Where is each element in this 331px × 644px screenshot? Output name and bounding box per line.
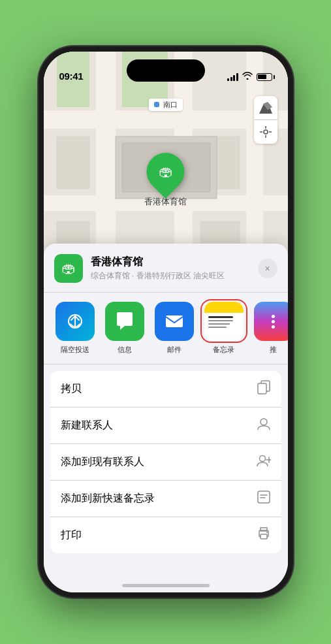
status-icons	[227, 72, 272, 82]
action-quick-note-label: 添加到新快速备忘录	[61, 492, 155, 506]
messages-label: 信息	[118, 345, 132, 355]
svg-rect-36	[260, 528, 267, 531]
svg-rect-31	[258, 491, 270, 503]
venue-subtitle: 综合体育馆 · 香港特别行政区 油尖旺区	[91, 270, 258, 282]
svg-point-37	[266, 532, 268, 533]
signal-bars-icon	[227, 73, 238, 81]
add-contact-icon	[257, 453, 271, 471]
venue-name: 香港体育馆	[91, 255, 258, 269]
airdrop-icon[interactable]	[55, 302, 95, 341]
map-location-label: 南口	[148, 99, 182, 111]
location-button[interactable]	[254, 120, 277, 144]
print-icon	[257, 526, 271, 544]
action-copy-label: 拷贝	[61, 382, 82, 396]
action-list-container: 拷贝 新建联系人	[44, 371, 288, 592]
home-indicator	[122, 584, 210, 587]
share-item-mail[interactable]: 邮件	[153, 302, 195, 355]
phone-frame: 09:41	[39, 46, 293, 598]
venue-info: 香港体育馆 综合体育馆 · 香港特别行政区 油尖旺区	[91, 255, 258, 282]
svg-rect-7	[57, 137, 89, 189]
status-time: 09:41	[59, 71, 84, 82]
airdrop-label: 隔空投送	[61, 345, 89, 355]
more-dots-icon	[272, 315, 275, 329]
notes-icon[interactable]	[204, 302, 244, 341]
action-add-existing-label: 添加到现有联系人	[61, 455, 144, 469]
wifi-icon	[242, 72, 253, 82]
venue-pin-icon: 🏟	[159, 163, 173, 180]
map-type-button[interactable]	[254, 96, 277, 120]
map-controls[interactable]	[254, 96, 277, 144]
svg-rect-24	[166, 315, 183, 327]
battery-icon	[257, 73, 272, 81]
share-row: 隔空投送 信息	[44, 293, 288, 364]
share-item-messages[interactable]: 信息	[104, 302, 146, 355]
share-item-more[interactable]: 推	[253, 302, 288, 355]
venue-icon: 🏟	[54, 254, 83, 283]
svg-point-27	[260, 419, 267, 425]
venue-pin: 🏟 香港体育馆	[144, 153, 187, 208]
share-item-airdrop[interactable]: 隔空投送	[54, 302, 96, 355]
new-contact-icon	[257, 417, 271, 434]
svg-rect-26	[258, 383, 266, 394]
phone-screen: 09:41	[44, 52, 288, 592]
action-print[interactable]: 打印	[50, 517, 281, 553]
action-list: 拷贝 新建联系人	[50, 371, 281, 553]
quick-note-icon	[257, 490, 271, 507]
bottom-sheet: 🏟 香港体育馆 综合体育馆 · 香港特别行政区 油尖旺区 ×	[44, 244, 288, 592]
notes-label: 备忘录	[213, 345, 234, 355]
messages-icon[interactable]	[105, 302, 144, 341]
action-copy[interactable]: 拷贝	[50, 371, 281, 408]
action-print-label: 打印	[61, 528, 82, 542]
notes-lines	[204, 311, 244, 332]
dynamic-island	[127, 59, 205, 82]
mail-icon[interactable]	[155, 302, 194, 341]
sheet-header: 🏟 香港体育馆 综合体育馆 · 香港特别行政区 油尖旺区 ×	[44, 254, 288, 293]
more-label: 推	[270, 345, 277, 355]
svg-rect-35	[260, 534, 267, 539]
action-new-contact[interactable]: 新建联系人	[50, 408, 281, 444]
mail-label: 邮件	[167, 345, 181, 355]
svg-point-28	[259, 456, 265, 462]
copy-icon	[257, 380, 271, 398]
action-new-contact-label: 新建联系人	[61, 419, 113, 432]
share-item-notes[interactable]: 备忘录	[203, 302, 245, 355]
action-add-existing[interactable]: 添加到现有联系人	[50, 444, 281, 481]
more-icon[interactable]	[254, 302, 288, 341]
pin-bubble: 🏟	[138, 145, 192, 199]
action-quick-note[interactable]: 添加到新快速备忘录	[50, 481, 281, 517]
close-button[interactable]: ×	[258, 259, 277, 278]
svg-point-18	[264, 130, 268, 134]
